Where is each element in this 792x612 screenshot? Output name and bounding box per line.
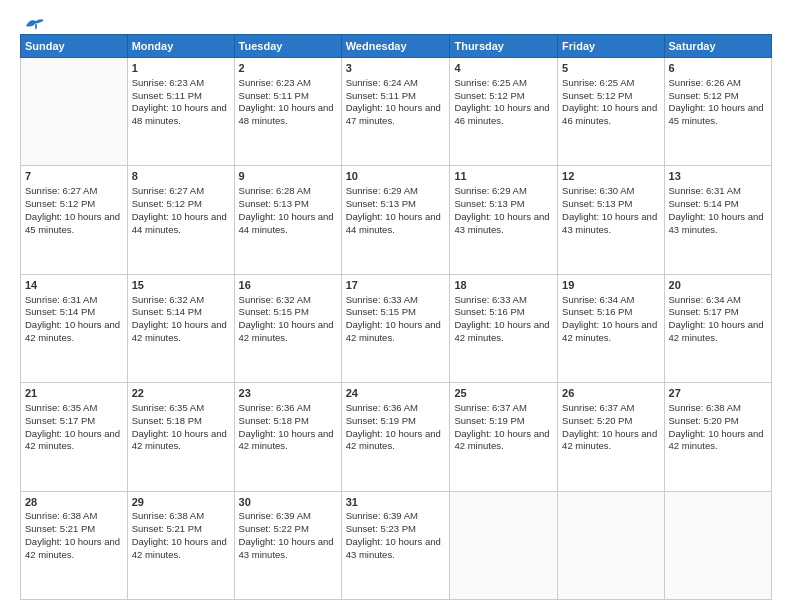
day-number: 19 <box>562 278 659 293</box>
sunrise-text: Sunrise: 6:34 AM <box>562 294 634 305</box>
day-number: 2 <box>239 61 337 76</box>
sunrise-text: Sunrise: 6:29 AM <box>454 185 526 196</box>
daylight-text: Daylight: 10 hours and 42 minutes. <box>239 319 334 343</box>
sunset-text: Sunset: 5:12 PM <box>454 90 524 101</box>
table-row: 17Sunrise: 6:33 AMSunset: 5:15 PMDayligh… <box>341 274 450 382</box>
calendar-week-row: 21Sunrise: 6:35 AMSunset: 5:17 PMDayligh… <box>21 383 772 491</box>
table-row: 6Sunrise: 6:26 AMSunset: 5:12 PMDaylight… <box>664 58 771 166</box>
table-row: 4Sunrise: 6:25 AMSunset: 5:12 PMDaylight… <box>450 58 558 166</box>
sunset-text: Sunset: 5:16 PM <box>454 306 524 317</box>
table-row: 16Sunrise: 6:32 AMSunset: 5:15 PMDayligh… <box>234 274 341 382</box>
sunrise-text: Sunrise: 6:24 AM <box>346 77 418 88</box>
table-row: 19Sunrise: 6:34 AMSunset: 5:16 PMDayligh… <box>558 274 664 382</box>
daylight-text: Daylight: 10 hours and 42 minutes. <box>239 428 334 452</box>
sunrise-text: Sunrise: 6:36 AM <box>239 402 311 413</box>
sunset-text: Sunset: 5:23 PM <box>346 523 416 534</box>
sunrise-text: Sunrise: 6:38 AM <box>25 510 97 521</box>
day-number: 4 <box>454 61 553 76</box>
header-tuesday: Tuesday <box>234 35 341 58</box>
daylight-text: Daylight: 10 hours and 42 minutes. <box>346 428 441 452</box>
table-row: 1Sunrise: 6:23 AMSunset: 5:11 PMDaylight… <box>127 58 234 166</box>
sunrise-text: Sunrise: 6:28 AM <box>239 185 311 196</box>
sunrise-text: Sunrise: 6:25 AM <box>562 77 634 88</box>
sunrise-text: Sunrise: 6:32 AM <box>132 294 204 305</box>
table-row <box>450 491 558 599</box>
daylight-text: Daylight: 10 hours and 43 minutes. <box>562 211 657 235</box>
header-friday: Friday <box>558 35 664 58</box>
day-number: 31 <box>346 495 446 510</box>
daylight-text: Daylight: 10 hours and 47 minutes. <box>346 102 441 126</box>
sunset-text: Sunset: 5:12 PM <box>669 90 739 101</box>
table-row: 2Sunrise: 6:23 AMSunset: 5:11 PMDaylight… <box>234 58 341 166</box>
table-row <box>664 491 771 599</box>
daylight-text: Daylight: 10 hours and 42 minutes. <box>25 319 120 343</box>
day-number: 11 <box>454 169 553 184</box>
table-row: 31Sunrise: 6:39 AMSunset: 5:23 PMDayligh… <box>341 491 450 599</box>
sunset-text: Sunset: 5:20 PM <box>669 415 739 426</box>
sunrise-text: Sunrise: 6:31 AM <box>669 185 741 196</box>
daylight-text: Daylight: 10 hours and 48 minutes. <box>132 102 227 126</box>
logo-bird-icon <box>24 16 46 34</box>
sunset-text: Sunset: 5:17 PM <box>25 415 95 426</box>
day-number: 13 <box>669 169 767 184</box>
sunset-text: Sunset: 5:15 PM <box>346 306 416 317</box>
daylight-text: Daylight: 10 hours and 42 minutes. <box>132 536 227 560</box>
calendar-week-row: 28Sunrise: 6:38 AMSunset: 5:21 PMDayligh… <box>21 491 772 599</box>
sunrise-text: Sunrise: 6:37 AM <box>562 402 634 413</box>
sunset-text: Sunset: 5:13 PM <box>346 198 416 209</box>
calendar-week-row: 1Sunrise: 6:23 AMSunset: 5:11 PMDaylight… <box>21 58 772 166</box>
sunrise-text: Sunrise: 6:30 AM <box>562 185 634 196</box>
sunset-text: Sunset: 5:11 PM <box>346 90 416 101</box>
daylight-text: Daylight: 10 hours and 42 minutes. <box>454 319 549 343</box>
sunrise-text: Sunrise: 6:39 AM <box>346 510 418 521</box>
table-row: 5Sunrise: 6:25 AMSunset: 5:12 PMDaylight… <box>558 58 664 166</box>
sunset-text: Sunset: 5:12 PM <box>132 198 202 209</box>
sunrise-text: Sunrise: 6:36 AM <box>346 402 418 413</box>
sunset-text: Sunset: 5:18 PM <box>239 415 309 426</box>
day-number: 28 <box>25 495 123 510</box>
table-row: 30Sunrise: 6:39 AMSunset: 5:22 PMDayligh… <box>234 491 341 599</box>
day-number: 1 <box>132 61 230 76</box>
header-saturday: Saturday <box>664 35 771 58</box>
table-row: 20Sunrise: 6:34 AMSunset: 5:17 PMDayligh… <box>664 274 771 382</box>
table-row: 12Sunrise: 6:30 AMSunset: 5:13 PMDayligh… <box>558 166 664 274</box>
sunset-text: Sunset: 5:21 PM <box>132 523 202 534</box>
sunset-text: Sunset: 5:12 PM <box>25 198 95 209</box>
weekday-header-row: Sunday Monday Tuesday Wednesday Thursday… <box>21 35 772 58</box>
day-number: 23 <box>239 386 337 401</box>
calendar-week-row: 14Sunrise: 6:31 AMSunset: 5:14 PMDayligh… <box>21 274 772 382</box>
sunset-text: Sunset: 5:19 PM <box>346 415 416 426</box>
sunrise-text: Sunrise: 6:39 AM <box>239 510 311 521</box>
day-number: 18 <box>454 278 553 293</box>
sunrise-text: Sunrise: 6:25 AM <box>454 77 526 88</box>
table-row: 8Sunrise: 6:27 AMSunset: 5:12 PMDaylight… <box>127 166 234 274</box>
daylight-text: Daylight: 10 hours and 43 minutes. <box>239 536 334 560</box>
sunrise-text: Sunrise: 6:38 AM <box>669 402 741 413</box>
calendar-table: Sunday Monday Tuesday Wednesday Thursday… <box>20 34 772 600</box>
sunset-text: Sunset: 5:14 PM <box>669 198 739 209</box>
sunrise-text: Sunrise: 6:38 AM <box>132 510 204 521</box>
daylight-text: Daylight: 10 hours and 42 minutes. <box>25 428 120 452</box>
day-number: 3 <box>346 61 446 76</box>
sunrise-text: Sunrise: 6:26 AM <box>669 77 741 88</box>
day-number: 9 <box>239 169 337 184</box>
table-row: 22Sunrise: 6:35 AMSunset: 5:18 PMDayligh… <box>127 383 234 491</box>
header-wednesday: Wednesday <box>341 35 450 58</box>
daylight-text: Daylight: 10 hours and 43 minutes. <box>669 211 764 235</box>
day-number: 12 <box>562 169 659 184</box>
day-number: 7 <box>25 169 123 184</box>
sunset-text: Sunset: 5:17 PM <box>669 306 739 317</box>
day-number: 22 <box>132 386 230 401</box>
header <box>20 16 772 30</box>
day-number: 16 <box>239 278 337 293</box>
sunset-text: Sunset: 5:11 PM <box>239 90 309 101</box>
sunrise-text: Sunrise: 6:23 AM <box>239 77 311 88</box>
day-number: 5 <box>562 61 659 76</box>
header-sunday: Sunday <box>21 35 128 58</box>
daylight-text: Daylight: 10 hours and 48 minutes. <box>239 102 334 126</box>
sunset-text: Sunset: 5:15 PM <box>239 306 309 317</box>
sunset-text: Sunset: 5:19 PM <box>454 415 524 426</box>
table-row: 7Sunrise: 6:27 AMSunset: 5:12 PMDaylight… <box>21 166 128 274</box>
sunrise-text: Sunrise: 6:37 AM <box>454 402 526 413</box>
sunrise-text: Sunrise: 6:33 AM <box>454 294 526 305</box>
